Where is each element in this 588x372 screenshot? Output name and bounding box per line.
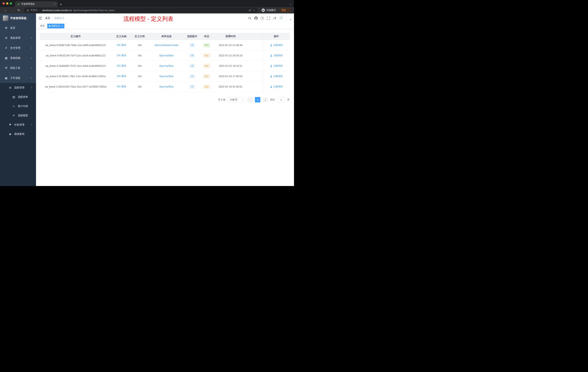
font-size-icon[interactable]: TT [273, 17, 276, 20]
page-unit-label: 页 [287, 98, 290, 101]
close-window-button[interactable] [2, 2, 5, 5]
tags-view: 首页 流程定义 × [36, 23, 294, 29]
sidebar-item-leave-query[interactable]: ☻请假查询 [0, 129, 36, 139]
version-badge: v2 [189, 74, 195, 78]
help-icon[interactable]: ? [261, 17, 264, 20]
table-row: oa_leave:5:004b710b-7b8a-11ec-8ef0-acde4… [40, 40, 290, 50]
sidebar-item-home[interactable]: ☸首页 [0, 23, 36, 33]
tag-process-definition[interactable]: 流程定义 × [47, 24, 64, 28]
column-header-operation: 操作 [263, 33, 290, 40]
sidebar-submenu: ≣流程管理∧▤流程表单☺用户分组✈流程模型⚑任务管理∨☻请假查询 [0, 83, 36, 186]
column-header-deploy-time: 部署时间 [214, 33, 247, 40]
next-page-button[interactable]: › [262, 97, 268, 102]
fullscreen-icon[interactable] [267, 17, 270, 20]
definition-name-link[interactable]: OA 请假 [117, 44, 126, 47]
bookmark-star-icon[interactable]: ☆ [253, 9, 255, 12]
prev-page-button[interactable]: ‹ [247, 97, 253, 102]
broken-image-icon [280, 16, 283, 19]
definition-name-link[interactable]: OA 请假 [117, 54, 126, 57]
chevron-up-icon: ∧ [31, 87, 32, 89]
url-path: /bpm/manager/definition?key=oa_leave [73, 9, 114, 12]
definition-id: oa_leave:4:991f2193-7b7f-11ec-a3c8-acde4… [40, 50, 112, 61]
definition-name-link[interactable]: OA 请假 [117, 64, 126, 67]
sidebar-item-system-mgmt[interactable]: ⚙系统管理∨ [0, 33, 36, 43]
url-host: dashboard.yudao.iocoder.cn [42, 9, 72, 12]
window-controls [0, 0, 15, 7]
assign-rule-link[interactable]: 分配规则 [270, 64, 283, 67]
definition-id: oa_leave:5:004b710b-7b8a-11ec-8ef0-acde4… [40, 40, 112, 50]
list-icon: ≣ [8, 86, 12, 89]
tag-close-icon[interactable]: × [61, 25, 63, 27]
form-info-link[interactable]: /bpm/oa/flow [159, 65, 174, 67]
sidebar-item-label: 工作流程 [10, 77, 20, 80]
person-icon [270, 75, 272, 77]
browser-toolbar: ← → ↻ 不安全 | dashboard.yudao.iocoder.cn /… [0, 7, 294, 13]
page-1-button[interactable]: 1 [255, 97, 260, 102]
tag-home[interactable]: 首页 [39, 24, 46, 28]
incognito-badge[interactable]: 无痕模式 [262, 8, 276, 12]
version-badge: v4 [189, 54, 195, 57]
page-size-value: 10条/页 [230, 98, 238, 101]
page-size-select[interactable]: 10条/页 ∨ [228, 97, 245, 102]
tab-close-icon[interactable]: × [53, 3, 56, 5]
forward-button[interactable]: → [9, 9, 15, 12]
definition-name-link[interactable]: OA 请假 [117, 85, 126, 88]
goto-label: 前往 [270, 98, 275, 101]
sidebar-item-process-mgmt[interactable]: ≣流程管理∧ [0, 83, 36, 92]
github-icon[interactable] [254, 17, 258, 20]
assign-rule-link[interactable]: 分配规则 [270, 54, 283, 57]
back-button[interactable]: ← [2, 9, 9, 12]
gear-icon: ⚙ [4, 36, 8, 40]
reload-button[interactable]: ↻ [16, 9, 21, 12]
sidebar-item-task-mgmt[interactable]: ⚑任务管理∨ [0, 120, 36, 129]
column-header-status: 状态 [200, 33, 214, 40]
table-row: oa_leave:4:991f2193-7b7f-11ec-a3c8-acde4… [40, 50, 290, 61]
form-info-link[interactable]: /bpm/oa/flow [159, 85, 174, 88]
breadcrumb-home[interactable]: 首页 [45, 17, 50, 20]
sidebar-item-payment-mgmt[interactable]: ¥支付管理∨ [0, 43, 36, 53]
collapse-sidebar-icon[interactable] [39, 17, 42, 20]
assign-rule-link[interactable]: 分配规则 [270, 75, 283, 78]
breadcrumb-current: 流程定义 [54, 17, 64, 20]
tools-icon: ⚒ [4, 66, 8, 70]
sidebar-item-process-model[interactable]: ✈流程模型 [0, 111, 36, 120]
assign-rule-link[interactable]: 分配规则 [270, 44, 283, 47]
address-bar[interactable]: 不安全 | dashboard.yudao.iocoder.cn /bpm/ma… [24, 8, 258, 13]
definition-name-link[interactable]: OA 请假 [117, 75, 126, 78]
tag-label: 流程定义 [51, 24, 60, 27]
user-avatar[interactable] [279, 15, 286, 21]
annotation-title: 流程模型 - 定义列表 [123, 15, 173, 23]
browser-tab[interactable]: 芋道管理系统 × [15, 1, 58, 7]
sidebar-item-user-group[interactable]: ☺用户分组 [0, 101, 36, 111]
sidebar-item-dev-tools[interactable]: ⚒研发工具∨ [0, 63, 36, 73]
table-row: oa_leave:2:3c1f0ef1-76b1-11ec-9c66-a2380… [40, 71, 290, 82]
goto-page-input[interactable] [277, 97, 285, 102]
form-info-link[interactable]: /bpm/oa/flow [159, 54, 174, 57]
search-icon[interactable] [248, 17, 251, 20]
sidebar-item-workflow[interactable]: ▣工作流程∧ [0, 73, 36, 83]
browser-tabstrip: 芋道管理系统 × + ∨ [0, 0, 294, 7]
sidebar-item-label: 基础设施 [10, 56, 20, 60]
favicon-leaf-icon [17, 3, 20, 5]
zoom-window-button[interactable] [10, 2, 12, 5]
avatar-caret-icon[interactable]: ▾ [290, 18, 291, 21]
browser-update-button[interactable]: 更新 ⋮ [279, 8, 292, 12]
new-tab-button[interactable]: + [60, 2, 62, 6]
form-info-link[interactable]: /bpm/oa/leave/create [155, 44, 178, 47]
password-key-icon[interactable] [249, 9, 252, 12]
sidebar-item-label: 系统管理 [10, 36, 20, 40]
sidebar-item-infrastructure[interactable]: ▦基础设施∨ [0, 53, 36, 63]
form-info-link[interactable]: /bpm/oa/flow [159, 75, 174, 78]
deploy-time: 2022-01-16 17:46:53 [214, 71, 247, 81]
flag-icon: ⚑ [8, 123, 12, 127]
assign-rule-link[interactable]: 分配规则 [270, 85, 283, 88]
app-title: 芋道管理系统 [10, 17, 27, 20]
tab-search-chevron-icon[interactable]: ∨ [290, 3, 292, 5]
minimize-window-button[interactable] [6, 2, 8, 5]
definition-category: OA [131, 40, 148, 50]
sidebar-item-process-form[interactable]: ▤流程表单 [0, 92, 36, 101]
browser-menu-icon[interactable]: ⋮ [287, 9, 289, 12]
breadcrumb-separator: / [52, 17, 52, 20]
definition-id: oa_leave:3:1fad3d93-7b75-11ec-a3c8-acde4… [40, 61, 112, 71]
table-row: oa_leave:3:1fad3d93-7b75-11ec-a3c8-acde4… [40, 61, 290, 71]
